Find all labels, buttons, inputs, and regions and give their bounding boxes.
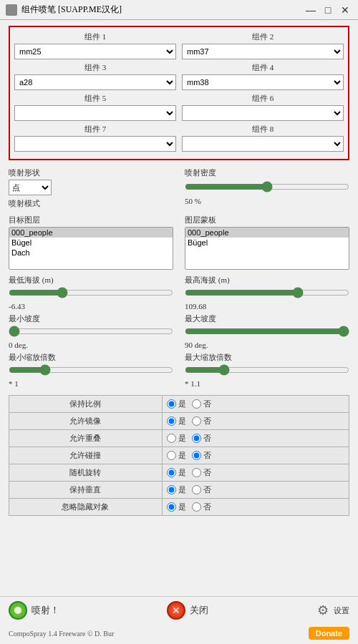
option-no-radio-3[interactable] — [192, 451, 201, 460]
option-yes-radio-2[interactable] — [167, 434, 176, 443]
layers-section: 目标图层 000_people Bügel Dach 图层蒙板 000_peop… — [9, 215, 349, 270]
option-yes-radio-6[interactable] — [167, 502, 176, 512]
option-no-label-1: 否 — [203, 416, 211, 426]
target-layer-label: 目标图层 — [9, 215, 173, 225]
component-group-3: 组件 3 a28 — [14, 62, 176, 90]
min-scale-label: 最小缩放倍数 — [9, 352, 173, 363]
maximize-button[interactable]: □ — [321, 3, 335, 17]
template-layer-list[interactable]: 000_people Bügel — [185, 227, 349, 270]
max-slope-label: 最大坡度 — [185, 313, 349, 324]
footer-text: CompoSpray 1.4 Freeware © D. Bur — [9, 630, 114, 638]
option-label-6: 忽略隐藏对象 — [9, 499, 163, 516]
spray-shape-row: 点 — [9, 180, 173, 195]
option-no-label-5: 否 — [203, 484, 211, 495]
option-radios-6: 是 否 — [162, 499, 349, 516]
component-group-5: 组件 5 — [14, 93, 176, 121]
option-label-2: 允许重叠 — [9, 430, 163, 447]
settings-button[interactable]: ⚙ 设置 — [315, 602, 349, 618]
min-scale-slider[interactable] — [9, 364, 173, 376]
components-box: 组件 1 mm25 组件 2 mm37 组件 3 a28 — [9, 26, 349, 160]
option-yes-radio-3[interactable] — [167, 451, 176, 460]
option-radios-4: 是 否 — [162, 464, 349, 482]
table-row: 允许碰撞 是 否 — [9, 447, 349, 464]
options-table: 保持比例 是 否 — [9, 395, 349, 516]
spray-density-area: 喷射密度 50 % — [185, 167, 349, 205]
spray-shape-area: 喷射形状 点 喷射模式 — [9, 167, 173, 210]
component-group-2: 组件 2 mm37 — [182, 31, 344, 59]
spray-section: 喷射形状 点 喷射模式 喷射密度 50 % — [9, 167, 349, 210]
group8-select[interactable] — [182, 136, 344, 152]
group6-label: 组件 6 — [252, 93, 274, 104]
option-label-0: 保持比例 — [9, 396, 163, 413]
option-no-radio-1[interactable] — [192, 416, 201, 426]
option-label-5: 保持垂直 — [9, 482, 163, 499]
titlebar-controls: — □ ✕ — [304, 3, 352, 17]
group5-select[interactable] — [14, 105, 176, 121]
option-no-radio-2[interactable] — [192, 434, 201, 443]
group7-select[interactable] — [14, 136, 176, 152]
spray-button[interactable]: 喷射！ — [9, 601, 59, 620]
option-yes-label-1: 是 — [178, 416, 186, 426]
option-no-label-0: 否 — [203, 399, 211, 409]
minimize-button[interactable]: — — [304, 3, 318, 17]
close-app-button[interactable]: ✕ 关闭 — [167, 601, 208, 620]
template-layer-label: 图层蒙板 — [185, 215, 349, 225]
min-altitude-group: 最低海拔 (m) -6.43 — [9, 275, 173, 311]
option-no-radio-0[interactable] — [192, 399, 201, 409]
option-no-radio-4[interactable] — [192, 468, 201, 477]
option-yes-radio-4[interactable] — [167, 468, 176, 477]
max-slope-slider[interactable] — [185, 326, 349, 337]
component-group-1: 组件 1 mm25 — [14, 31, 176, 59]
option-yes-radio-1[interactable] — [167, 416, 176, 426]
group4-select[interactable]: mm38 — [182, 74, 344, 90]
max-altitude-group: 最高海拔 (m) 109.68 — [185, 275, 349, 311]
components-row-3: 组件 5 组件 6 — [14, 93, 344, 121]
max-slope-value: 90 deg. — [185, 341, 349, 349]
group3-label: 组件 3 — [84, 62, 106, 73]
group1-select[interactable]: mm25 — [14, 44, 176, 59]
option-no-radio-6[interactable] — [192, 502, 201, 512]
spray-icon — [13, 605, 23, 615]
svg-point-0 — [14, 607, 21, 614]
titlebar: 组件喷笔 [SUAPP.ME汉化] — □ ✕ — [0, 0, 358, 20]
donate-button[interactable]: Donate — [309, 627, 349, 640]
group4-label: 组件 4 — [252, 62, 274, 73]
target-layer-item-3: Dach — [9, 248, 173, 258]
spray-shape-select[interactable]: 点 — [9, 180, 52, 195]
min-slope-value: 0 deg. — [9, 341, 173, 349]
min-altitude-slider[interactable] — [9, 287, 173, 298]
group3-select[interactable]: a28 — [14, 74, 176, 90]
option-no-label-2: 否 — [203, 433, 211, 444]
component-group-7: 组件 7 — [14, 124, 176, 152]
max-altitude-slider[interactable] — [185, 287, 349, 298]
min-slope-slider[interactable] — [9, 326, 173, 337]
template-layer-item-1: 000_people — [185, 228, 349, 238]
option-label-4: 随机旋转 — [9, 464, 163, 482]
group6-select[interactable] — [182, 105, 344, 121]
spray-mode-label: 喷射模式 — [9, 198, 173, 209]
footer: CompoSpray 1.4 Freeware © D. Bur Donate — [0, 624, 358, 644]
max-scale-slider[interactable] — [185, 364, 349, 376]
group1-label: 组件 1 — [84, 31, 106, 42]
table-row: 随机旋转 是 否 — [9, 464, 349, 482]
option-radios-2: 是 否 — [162, 430, 349, 447]
option-yes-label-0: 是 — [178, 399, 186, 409]
option-no-radio-5[interactable] — [192, 485, 201, 494]
close-button-label: 关闭 — [190, 604, 208, 617]
target-layer-list[interactable]: 000_people Bügel Dach — [9, 227, 173, 270]
titlebar-title-area: 组件喷笔 [SUAPP.ME汉化] — [6, 4, 122, 16]
group2-select[interactable]: mm37 — [182, 44, 344, 59]
close-btn-icon: ✕ — [167, 601, 185, 620]
option-yes-radio-5[interactable] — [167, 485, 176, 494]
group8-label: 组件 8 — [252, 124, 274, 135]
table-row: 忽略隐藏对象 是 否 — [9, 499, 349, 516]
option-yes-radio-0[interactable] — [167, 399, 176, 409]
close-window-button[interactable]: ✕ — [338, 3, 352, 17]
component-group-6: 组件 6 — [182, 93, 344, 121]
min-slope-group: 最小坡度 0 deg. — [9, 313, 173, 349]
titlebar-title: 组件喷笔 [SUAPP.ME汉化] — [21, 4, 122, 16]
min-altitude-label: 最低海拔 (m) — [9, 275, 173, 286]
table-row: 允许镜像 是 否 — [9, 413, 349, 430]
max-scale-value: * 1.1 — [185, 379, 349, 388]
density-slider[interactable] — [185, 180, 349, 194]
